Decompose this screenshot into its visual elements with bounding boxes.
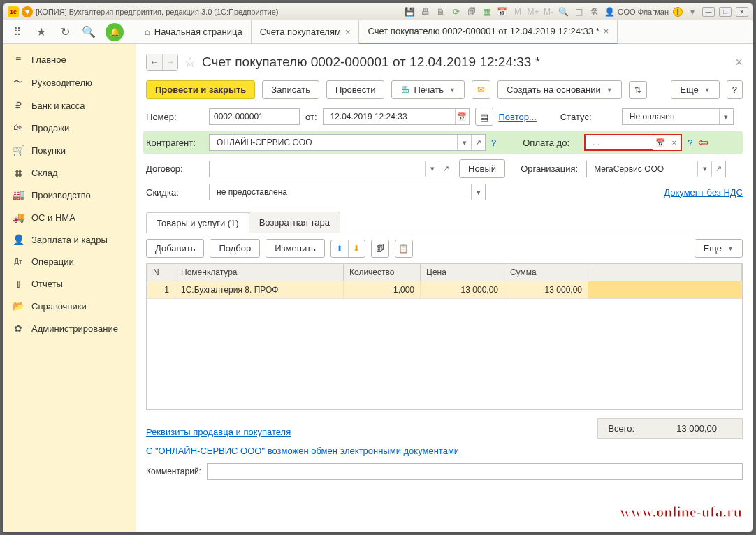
sidebar-item-catalogs[interactable]: 📂Справочники bbox=[3, 295, 136, 317]
tab-invoices-list[interactable]: Счета покупателям× bbox=[252, 20, 360, 44]
info-dropdown-icon[interactable]: ▾ bbox=[687, 6, 698, 17]
repeat-link[interactable]: Повтор... bbox=[499, 112, 537, 122]
tools-icon[interactable]: 🛠 bbox=[589, 6, 600, 17]
favorite-icon[interactable]: ★ bbox=[34, 25, 48, 39]
col-nomenclature[interactable]: Номенклатура bbox=[175, 264, 344, 281]
star-icon[interactable]: ☆ bbox=[184, 54, 196, 71]
close-window-button[interactable]: ✕ bbox=[736, 7, 748, 17]
sidebar-item-production[interactable]: 🏭Производство bbox=[3, 184, 136, 206]
save-icon[interactable]: 💾 bbox=[405, 6, 416, 17]
date-input[interactable]: 12.04.2019 12:24:33📅 bbox=[323, 108, 470, 125]
edit-button[interactable]: Изменить bbox=[266, 239, 325, 258]
nav-back-forward[interactable]: ←→ bbox=[146, 54, 178, 71]
more-button[interactable]: Еще▼ bbox=[671, 80, 719, 99]
post-and-close-button[interactable]: Провести и закрыть bbox=[146, 80, 255, 99]
add-row-button[interactable]: Добавить bbox=[146, 239, 204, 258]
chevron-down-icon[interactable]: ▾ bbox=[425, 161, 439, 177]
clear-icon[interactable]: × bbox=[667, 135, 681, 150]
print-button[interactable]: 🖶Печать▼ bbox=[391, 80, 465, 99]
tab-tara[interactable]: Возвратная тара bbox=[249, 212, 340, 233]
sidebar-item-hr[interactable]: 👤Зарплата и кадры bbox=[3, 228, 136, 251]
user-chip[interactable]: 👤ООО Флагман bbox=[604, 6, 669, 17]
calculator-icon[interactable]: ▦ bbox=[481, 6, 493, 17]
panel-icon[interactable]: ◫ bbox=[574, 6, 585, 17]
paste-rows-button[interactable]: 📋 bbox=[395, 240, 413, 258]
repeat-icon-button[interactable]: ▤ bbox=[475, 108, 493, 126]
help-button[interactable]: ? bbox=[727, 80, 743, 99]
refresh-icon[interactable]: ⟳ bbox=[451, 6, 462, 17]
edo-link[interactable]: С "ОНЛАЙН-СЕРВИС ООО" возможен обмен эле… bbox=[146, 446, 459, 456]
dropdown-arrow-icon[interactable]: ▾ bbox=[22, 6, 33, 17]
save-button[interactable]: Записать bbox=[262, 80, 319, 99]
move-down-icon[interactable]: ⬇ bbox=[348, 240, 365, 257]
help-icon[interactable]: ? bbox=[688, 138, 692, 148]
help-icon[interactable]: ? bbox=[491, 138, 496, 148]
create-based-button[interactable]: Создать на основании▼ bbox=[497, 80, 622, 99]
number-input[interactable]: 0002-000001 bbox=[209, 108, 300, 125]
history-icon[interactable]: ↻ bbox=[58, 25, 72, 39]
info-icon[interactable]: i bbox=[673, 7, 683, 17]
sidebar-item-bank[interactable]: ₽Банк и касса bbox=[3, 94, 136, 117]
m-minus-icon[interactable]: M- bbox=[543, 6, 554, 17]
calendar-icon[interactable]: 📅 bbox=[497, 6, 508, 17]
move-up-icon[interactable]: ⬆ bbox=[331, 240, 348, 257]
calendar-icon[interactable]: 📅 bbox=[653, 135, 667, 150]
sidebar-item-sales[interactable]: 🛍Продажи bbox=[3, 117, 136, 139]
sidebar-item-main[interactable]: ≡Главное bbox=[3, 48, 136, 71]
comment-input[interactable] bbox=[207, 463, 743, 480]
zoom-icon[interactable]: 🔍 bbox=[558, 6, 569, 17]
sidebar-item-warehouse[interactable]: ▦Склад bbox=[3, 161, 136, 184]
back-icon[interactable]: ← bbox=[147, 54, 162, 70]
open-icon[interactable]: ↗ bbox=[439, 161, 453, 177]
m-plus-icon[interactable]: M+ bbox=[528, 6, 539, 17]
chevron-down-icon[interactable]: ▾ bbox=[457, 135, 471, 150]
tab-invoice-document[interactable]: Счет покупателю 0002-000001 от 12.04.201… bbox=[359, 20, 618, 44]
page-close-icon[interactable]: × bbox=[735, 55, 743, 70]
forward-icon[interactable]: → bbox=[162, 54, 177, 70]
tab-home[interactable]: ⌂Начальная страница bbox=[136, 20, 252, 44]
paydue-input[interactable]: . . 📅× bbox=[584, 134, 682, 151]
close-tab-icon[interactable]: × bbox=[345, 27, 351, 37]
search-icon[interactable]: 🔍 bbox=[82, 25, 96, 39]
calendar-icon[interactable]: 📅 bbox=[455, 109, 469, 124]
col-sum[interactable]: Сумма bbox=[504, 264, 588, 281]
discount-select[interactable]: не предоставлена▾ bbox=[209, 184, 486, 200]
tab-goods[interactable]: Товары и услуги (1) bbox=[146, 212, 249, 233]
apps-icon[interactable]: ⠿ bbox=[10, 25, 24, 39]
status-select[interactable]: Не оплачен▾ bbox=[622, 108, 734, 125]
contragent-input[interactable]: ОНЛАЙН-СЕРВИС ООО▾↗ bbox=[209, 134, 486, 151]
seller-buyer-link[interactable]: Реквизиты продавца и покупателя bbox=[146, 427, 291, 437]
copy-rows-button[interactable]: 🗐 bbox=[371, 240, 389, 258]
open-icon[interactable]: ↗ bbox=[711, 161, 725, 177]
table-more-button[interactable]: Еще▼ bbox=[695, 239, 743, 258]
table-row[interactable]: 1 1С:Бухгалтерия 8. ПРОФ 1,000 13 000,00… bbox=[147, 281, 742, 299]
sidebar-item-operations[interactable]: ДтОперации bbox=[3, 251, 136, 272]
org-input[interactable]: МегаСервис ООО▾↗ bbox=[586, 161, 726, 177]
structure-button[interactable]: ⇅ bbox=[629, 81, 647, 99]
new-contract-button[interactable]: Новый bbox=[459, 159, 505, 178]
sidebar-item-admin[interactable]: ✿Администрирование bbox=[3, 317, 136, 339]
pick-button[interactable]: Подбор bbox=[210, 239, 260, 258]
contract-input[interactable]: ▾↗ bbox=[209, 161, 453, 177]
no-vat-link[interactable]: Документ без НДС bbox=[664, 187, 743, 198]
m-icon[interactable]: M bbox=[512, 6, 523, 17]
sidebar-item-purchases[interactable]: 🛒Покупки bbox=[3, 139, 136, 161]
col-n[interactable]: N bbox=[147, 264, 175, 281]
sidebar-item-manager[interactable]: 〜Руководителю bbox=[3, 71, 136, 94]
minimize-button[interactable]: — bbox=[702, 7, 715, 17]
chevron-down-icon[interactable]: ▾ bbox=[719, 109, 733, 124]
chevron-down-icon[interactable]: ▾ bbox=[471, 184, 485, 200]
col-qty[interactable]: Количество bbox=[344, 264, 421, 281]
sidebar-item-assets[interactable]: 🚚ОС и НМА bbox=[3, 206, 136, 228]
print-icon[interactable]: 🖶 bbox=[420, 6, 431, 17]
copy-icon[interactable]: 🗐 bbox=[466, 6, 477, 17]
close-tab-icon[interactable]: × bbox=[604, 26, 609, 36]
post-button[interactable]: Провести bbox=[326, 80, 385, 99]
sidebar-item-reports[interactable]: ⫿Отчеты bbox=[3, 272, 136, 295]
col-price[interactable]: Цена bbox=[421, 264, 504, 281]
email-button[interactable]: ✉ bbox=[472, 80, 490, 99]
chevron-down-icon[interactable]: ▾ bbox=[697, 161, 711, 177]
open-icon[interactable]: ↗ bbox=[471, 135, 485, 150]
maximize-button[interactable]: □ bbox=[719, 7, 732, 17]
doc-icon[interactable]: 🗎 bbox=[435, 6, 446, 17]
